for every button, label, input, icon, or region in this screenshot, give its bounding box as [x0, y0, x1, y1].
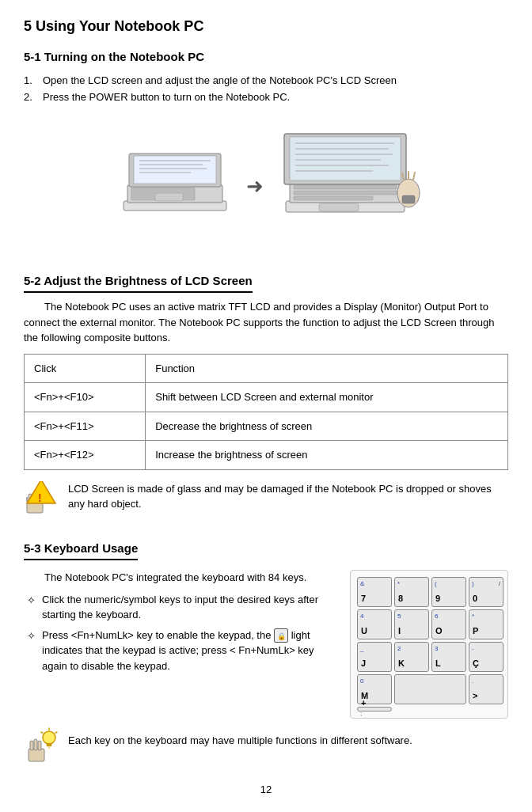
keyboard-section: The Notebook PC's integrated the keyboar… — [24, 570, 508, 719]
chapter-title: 5 Using Your Notebook PC — [24, 16, 508, 37]
note-text: Each key on the keyboard may have multip… — [68, 727, 412, 749]
kbd-key-semi: ; + — [357, 707, 392, 711]
kbd-key-9: ( 9 — [431, 577, 466, 607]
table-header-function: Function — [146, 354, 508, 383]
kbd-key-8: * 8 — [394, 577, 429, 607]
bullet-text-2: Press <Fn+NumLk> key to enable the keypa… — [42, 628, 337, 674]
table-header-click: Click — [25, 354, 146, 383]
numlock-icon: 🔒 — [274, 628, 288, 643]
svg-rect-15 — [294, 196, 373, 200]
step-2: 2. Press the POWER button to turn on the… — [24, 89, 508, 105]
table-row: <Fn>+<F10> Shift between LCD Screen and … — [25, 383, 508, 412]
bullet-item-1: ✧ Click the numeric/symbol keys to input… — [24, 592, 337, 623]
svg-point-42 — [43, 731, 55, 744]
bullet-item-2: ✧ Press <Fn+NumLk> key to enable the key… — [24, 628, 337, 674]
note-box: Each key on the keyboard may have multip… — [24, 727, 508, 766]
table-key-3: <Fn>+<F12> — [25, 441, 146, 470]
table-func-3: Increase the brightness of screen — [146, 441, 508, 470]
function-table: Click Function <Fn>+<F10> Shift between … — [24, 354, 508, 470]
kbd-key-7: & 7 — [357, 577, 392, 607]
svg-rect-9 — [155, 193, 183, 201]
kbd-key-u: 4 U — [357, 609, 392, 639]
svg-text:!: ! — [38, 491, 42, 504]
kbd-key-p: * P — [469, 609, 504, 639]
section-52-intro: The Notebook PC uses an active matrix TF… — [24, 299, 508, 346]
kbd-key-dot: . > — [469, 674, 504, 704]
section-52-title: 5-2 Adjust the Brightness of LCD Screen — [24, 272, 253, 294]
page-number: 12 — [24, 782, 508, 798]
kbd-key-k: 2 K — [394, 642, 429, 672]
svg-rect-40 — [34, 739, 37, 750]
table-row: <Fn>+<F12> Increase the brightness of sc… — [25, 441, 508, 470]
keyboard-text-area: The Notebook PC's integrated the keyboar… — [24, 570, 337, 719]
kbd-key-l: 3 L — [431, 642, 466, 672]
chapter-number: 5 — [24, 18, 32, 34]
laptop-svg: ➜ — [112, 118, 420, 249]
laptop-illustration: ➜ — [24, 118, 508, 249]
table-key-2: <Fn>+<F11> — [25, 412, 146, 441]
bullet-text-1: Click the numeric/symbol keys to input t… — [42, 592, 337, 623]
svg-rect-43 — [47, 743, 51, 746]
table-func-2: Decrease the brightness of screen — [146, 412, 508, 441]
bullet-diamond-2: ✧ — [27, 628, 36, 644]
svg-rect-41 — [38, 741, 41, 750]
section-51-title: 5-1 Turning on the Notebook PC — [24, 48, 508, 66]
kbd-key-o: 6 O — [431, 609, 466, 639]
table-row: <Fn>+<F11> Decrease the brightness of sc… — [25, 412, 508, 441]
chapter-title-text: Using Your Notebook PC — [36, 18, 203, 34]
keyboard-bullets: ✧ Click the numeric/symbol keys to input… — [24, 592, 337, 674]
svg-line-45 — [55, 732, 57, 733]
section-51-steps: 1. Open the LCD screen and adjust the an… — [24, 73, 508, 105]
kbd-key-0: ) / 0 — [469, 577, 504, 607]
bullet-diamond-1: ✧ — [27, 593, 36, 609]
table-func-1: Shift between LCD Screen and external mo… — [146, 383, 508, 412]
keyboard-intro: The Notebook PC's integrated the keyboar… — [24, 570, 337, 586]
section-53-title: 5-3 Keyboard Usage — [24, 540, 138, 561]
svg-line-46 — [41, 732, 43, 733]
svg-rect-4 — [134, 156, 216, 184]
warning-icon: ! — [24, 481, 59, 516]
svg-rect-38 — [28, 749, 44, 761]
svg-rect-13 — [294, 185, 397, 189]
svg-line-28 — [413, 173, 415, 180]
svg-rect-29 — [402, 195, 415, 203]
keyboard-grid: & 7 * 8 ( 9 ) / 0 4 U 5 I — [350, 570, 508, 719]
table-header-row: Click Function — [25, 354, 508, 383]
kbd-key-space — [394, 674, 466, 704]
warning-text: LCD Screen is made of glass and may be d… — [68, 481, 508, 512]
note-icon — [24, 727, 59, 766]
kbd-key-i: 5 I — [394, 609, 429, 639]
keyboard-image-area: & 7 * 8 ( 9 ) / 0 4 U 5 I — [350, 570, 508, 719]
svg-rect-39 — [30, 741, 33, 750]
svg-text:➜: ➜ — [246, 174, 264, 198]
svg-rect-14 — [294, 191, 397, 195]
warning-box: ! LCD Screen is made of glass and may be… — [24, 481, 508, 516]
svg-rect-16 — [319, 203, 359, 211]
kbd-key-j: _ J — [357, 642, 392, 672]
step-1: 1. Open the LCD screen and adjust the an… — [24, 73, 508, 89]
table-key-1: <Fn>+<F10> — [25, 383, 146, 412]
kbd-key-c: - Ç — [469, 642, 504, 672]
